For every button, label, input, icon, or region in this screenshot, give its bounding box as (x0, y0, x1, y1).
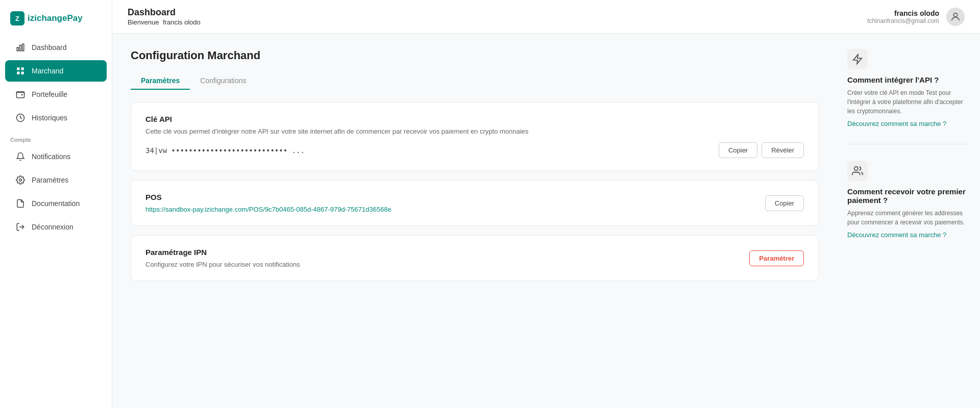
user-info: francis olodo tchinanfrancis@gmail.com (867, 9, 939, 24)
sidebar-item-documentation-label: Documentation (32, 199, 80, 208)
help-payment-link[interactable]: Découvrez comment sa marche ? (847, 231, 970, 239)
pos-url: https://sandbox-pay.izichange.com/POS/9c… (145, 206, 391, 213)
svg-rect-7 (17, 92, 24, 98)
avatar (946, 8, 965, 26)
ipn-card: Paramétrage IPN Configurez votre IPN pou… (131, 235, 819, 281)
sidebar-item-deconnexion[interactable]: Déconnexion (5, 216, 107, 238)
pos-title: POS (145, 193, 391, 201)
tab-parametres[interactable]: Paramètres (131, 72, 190, 90)
help-api-link[interactable]: Découvrez comment sa marche ? (847, 120, 970, 128)
copy-api-key-button[interactable]: Copier (719, 142, 757, 158)
ipn-row: Paramétrage IPN Configurez votre IPN pou… (145, 248, 804, 268)
ipn-left: Paramétrage IPN Configurez votre IPN pou… (145, 248, 300, 268)
sidebar-item-notifications-label: Notifications (32, 152, 70, 161)
svg-rect-6 (21, 72, 24, 74)
sidebar-item-documentation[interactable]: Documentation (5, 193, 107, 214)
sidebar-item-notifications[interactable]: Notifications (5, 146, 107, 167)
svg-rect-0 (17, 47, 18, 51)
svg-rect-1 (20, 45, 21, 51)
topbar-left: Dashboard Bienvenue francis olodo (128, 7, 201, 26)
panel-divider (847, 144, 970, 144)
topbar-right: francis olodo tchinanfrancis@gmail.com (867, 8, 965, 26)
right-panel: Comment intégrer l'API ? Créer votre clé… (837, 34, 980, 408)
grid-icon (15, 66, 26, 76)
sidebar-item-parametres[interactable]: Paramètres (5, 169, 107, 191)
api-key-desc: Cette clé vous permet d'intégrer notre A… (145, 128, 804, 135)
logo-icon: Z (10, 11, 24, 26)
user-email: tchinanfrancis@gmail.com (867, 17, 939, 24)
sidebar-item-dashboard[interactable]: Dashboard (5, 37, 107, 58)
main-area: Dashboard Bienvenue francis olodo franci… (112, 0, 980, 408)
api-key-title: Clé API (145, 115, 804, 123)
logo-text: izichangePay (28, 13, 83, 23)
logout-icon (15, 222, 26, 232)
main-content: Configuration Marchand Paramètres Config… (112, 34, 837, 408)
help-payment-title: Comment recevoir votre premier paiement … (847, 187, 970, 205)
api-key-actions: Copier Révéler (719, 142, 804, 158)
doc-icon (15, 198, 26, 209)
svg-point-9 (19, 179, 22, 182)
api-key-value: 34|vw ••••••••••••••••••••••••••• ... (145, 146, 305, 155)
sidebar-item-historiques[interactable]: Historiques (5, 107, 107, 129)
pos-left: POS https://sandbox-pay.izichange.com/PO… (145, 193, 391, 213)
page-subtitle: Bienvenue francis olodo (128, 18, 201, 26)
svg-rect-4 (21, 67, 24, 70)
sidebar-item-historiques-label: Historiques (32, 114, 67, 122)
page-title: Dashboard (128, 7, 201, 18)
history-icon (15, 113, 26, 123)
parametrer-ipn-button[interactable]: Paramétrer (749, 250, 804, 266)
users-icon (847, 161, 868, 181)
section-title: Configuration Marchand (131, 49, 819, 62)
chart-icon (15, 42, 26, 53)
sidebar-item-parametres-label: Paramètres (32, 176, 68, 184)
content-area: Configuration Marchand Paramètres Config… (112, 34, 980, 408)
logo: Z izichangePay (0, 0, 112, 36)
api-key-row: 34|vw ••••••••••••••••••••••••••• ... Co… (145, 142, 804, 158)
help-card-api: Comment intégrer l'API ? Créer votre clé… (847, 49, 970, 128)
user-name: francis olodo (867, 9, 939, 17)
svg-rect-3 (17, 67, 19, 70)
sidebar-item-dashboard-label: Dashboard (32, 43, 67, 52)
bell-icon (15, 151, 26, 162)
pos-card: POS https://sandbox-pay.izichange.com/PO… (131, 180, 819, 226)
sidebar-item-portefeuille[interactable]: Portefeuille (5, 84, 107, 105)
api-icon (847, 49, 868, 69)
help-api-desc: Créer votre clé API en mode Test pour l'… (847, 88, 970, 116)
wallet-icon (15, 89, 26, 99)
api-key-card: Clé API Cette clé vous permet d'intégrer… (131, 102, 819, 171)
sidebar-item-portefeuille-label: Portefeuille (32, 90, 67, 98)
svg-rect-2 (22, 44, 24, 51)
help-payment-desc: Apprenez comment générer les addresses p… (847, 209, 970, 227)
sidebar: Z izichangePay Dashboard Marchand Portef… (0, 0, 112, 408)
nav-section-compte: Compte (0, 130, 112, 145)
help-card-payment: Comment recevoir votre premier paiement … (847, 161, 970, 239)
topbar: Dashboard Bienvenue francis olodo franci… (112, 0, 980, 34)
copy-pos-button[interactable]: Copier (765, 195, 804, 211)
sidebar-item-deconnexion-label: Déconnexion (32, 223, 74, 231)
pos-row: POS https://sandbox-pay.izichange.com/PO… (145, 193, 804, 213)
sidebar-item-marchand-label: Marchand (32, 67, 63, 75)
sidebar-item-marchand[interactable]: Marchand (5, 60, 107, 82)
gear-icon (15, 175, 26, 185)
ipn-desc: Configurez votre IPN pour sécuriser vos … (145, 261, 300, 268)
tabs: Paramètres Configurations (131, 72, 819, 90)
tab-configurations[interactable]: Configurations (190, 72, 256, 90)
svg-point-11 (953, 13, 957, 16)
svg-point-12 (854, 167, 858, 170)
help-api-title: Comment intégrer l'API ? (847, 75, 970, 84)
ipn-title: Paramétrage IPN (145, 248, 300, 257)
svg-rect-5 (17, 72, 19, 74)
reveal-api-key-button[interactable]: Révéler (762, 142, 804, 158)
